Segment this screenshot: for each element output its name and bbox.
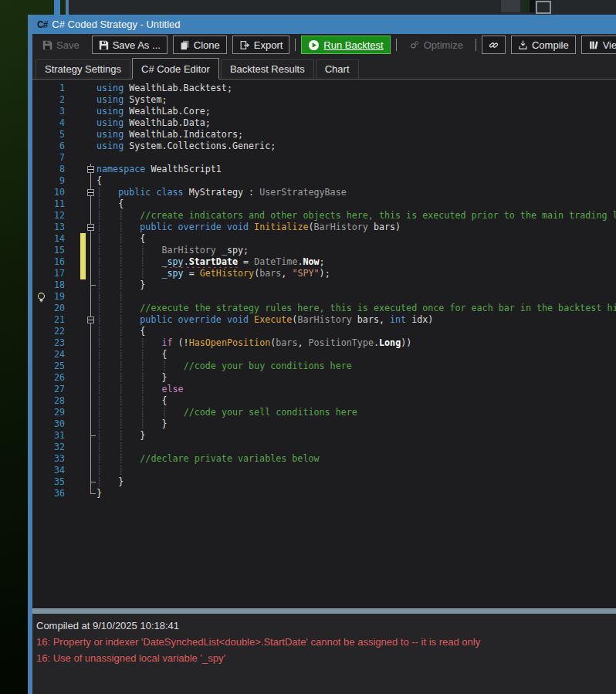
code-text: using WealthLab.Indicators; [96,129,243,140]
optimize-button: Optimize [402,36,470,54]
code-text: ┊ ┊ ┊ BarHistory _spy; [96,245,249,256]
code-line[interactable]: 24┊ ┊ ┊ { [32,349,616,361]
line-number: 29 [49,407,65,418]
background-block [536,1,551,14]
code-line[interactable]: 23┊ ┊ ┊ if (!HasOpenPosition(bars, Posit… [32,337,616,349]
gutter-spacer [65,418,80,430]
change-bar-cell [80,198,86,210]
code-line[interactable]: 18┊ ┊ } [32,279,616,291]
code-line[interactable]: 5using WealthLab.Indicators; [32,129,616,140]
code-line[interactable]: 28┊ ┊ ┊ { [32,395,616,407]
code-line[interactable]: 36} [32,488,616,499]
code-line[interactable]: 21┊ ┊ public override void Execute(BarHi… [32,314,616,326]
code-line[interactable]: 35┊ } [32,476,616,488]
code-line[interactable]: 30┊ ┊ ┊ } [32,418,616,430]
gutter-spacer [65,395,80,407]
gutter-cell [32,488,49,499]
code-text: ┊ ┊ public override void Initialize(BarH… [96,222,401,233]
fold-collapse-marker[interactable] [86,222,96,233]
code-line[interactable]: 20┊ ┊ //execute the strategy rules here,… [32,303,616,314]
clone-button[interactable]: Clone [173,36,227,54]
tab-code-editor[interactable]: C# Code Editor [132,58,219,80]
compiler-error-line[interactable]: 16: Property or indexer 'DateSynchedList… [36,634,616,650]
code-line[interactable]: 25┊ ┊ ┊ ┊ //code your buy conditions her… [32,361,616,372]
code-line[interactable]: 19┊ ┊ [32,291,616,303]
gutter-cell [32,152,49,164]
link-icon [489,40,499,50]
fold-column-cell [86,372,96,384]
line-number: 33 [49,453,65,465]
gutter-spacer [65,175,80,187]
compiler-error-line[interactable]: 16: Use of unassigned local variable '_s… [36,650,616,666]
code-text: ┊ ┊ public override void Execute(BarHist… [96,314,433,326]
code-text: ┊ ┊ [96,442,140,453]
panel-splitter[interactable] [32,608,616,614]
code-line[interactable]: 22┊ ┊ { [32,326,616,337]
export-button-label: Export [254,39,283,51]
code-line[interactable]: 27┊ ┊ ┊ else [32,384,616,395]
compile-button-label: Compile [532,39,569,51]
change-bar-cell [80,418,86,430]
code-line[interactable]: 10┊ public class MyStrategy : UserStrate… [32,187,616,198]
change-bar-cell [80,222,86,233]
code-line[interactable]: 17┊ ┊ ┊ _spy = GetHistory(bars, "SPY"); [32,268,616,279]
code-line[interactable]: 7 [32,152,616,164]
code-line[interactable]: 6using System.Collections.Generic; [32,140,616,152]
fold-collapse-marker[interactable] [86,187,96,198]
view-quickref-button[interactable]: View QuickRef [581,36,616,54]
code-line[interactable]: 34┊ ┊ [32,465,616,476]
link-button[interactable] [482,36,506,54]
line-number: 3 [49,106,65,117]
code-line[interactable]: 29┊ ┊ ┊ ┊ //code your sell conditions he… [32,407,616,418]
gutter-spacer [65,164,80,175]
code-line[interactable]: 2using System; [32,94,616,106]
title-bar[interactable]: C# C# Coded Strategy - Untitled [32,15,616,34]
gutter-spacer [65,384,80,395]
fold-column-cell [86,233,96,245]
change-bar-cell [80,488,86,499]
gutter-cell [32,222,49,233]
code-line[interactable]: 14┊ ┊ { [32,233,616,245]
save-as-button[interactable]: Save As ... [92,36,168,54]
gutter-cell [32,198,49,210]
code-line[interactable]: 32┊ ┊ [32,442,616,453]
gutter-cell [32,256,49,268]
code-line[interactable]: 26┊ ┊ ┊ } [32,372,616,384]
code-line[interactable]: 11┊ { [32,198,616,210]
line-number: 6 [49,140,65,152]
run-backtest-button[interactable]: Run Backtest [301,36,390,54]
fold-collapse-marker[interactable] [86,314,96,326]
code-line[interactable]: 3using WealthLab.Core; [32,106,616,117]
tab-chart[interactable]: Chart [316,59,359,79]
line-number: 14 [49,233,65,245]
fold-column-cell [86,361,96,372]
code-line[interactable]: 15┊ ┊ ┊ BarHistory _spy; [32,245,616,256]
code-line[interactable]: 9{ [32,175,616,187]
tab-backtest-results[interactable]: Backtest Results [221,59,314,79]
gutter-cell [32,117,49,129]
tab-strategy-settings[interactable]: Strategy Settings [36,59,130,79]
gutter-cell [32,279,49,291]
fold-column-cell [86,407,96,418]
fold-column-cell [86,453,96,465]
gutter-cell [32,175,49,187]
gutter-spacer [65,129,80,140]
export-button[interactable]: Export [232,36,290,54]
code-editor[interactable]: 1using WealthLab.Backtest;2using System;… [32,80,616,608]
gutter-cell [32,83,49,94]
code-line[interactable]: 12┊ ┊ //create indicators and other obje… [32,210,616,222]
code-line[interactable]: 31┊ ┊ } [32,430,616,442]
code-line[interactable]: 16┊ ┊ ┊ _spy.StartDate = DateTime.Now; [32,256,616,268]
gutter-cell [32,106,49,117]
code-line[interactable]: 13┊ ┊ public override void Initialize(Ba… [32,222,616,233]
code-line[interactable]: 4using WealthLab.Data; [32,117,616,129]
line-number: 1 [49,83,65,94]
code-line[interactable]: 33┊ ┊ //declare private variables below [32,453,616,465]
change-bar [80,268,86,279]
gutter-cell [32,430,49,442]
change-bar-cell [80,407,86,418]
fold-collapse-marker[interactable] [86,164,96,175]
compile-button[interactable]: Compile [511,36,576,54]
code-line[interactable]: 1using WealthLab.Backtest; [32,83,616,94]
code-line[interactable]: 8namespace WealthScript1 [32,164,616,175]
